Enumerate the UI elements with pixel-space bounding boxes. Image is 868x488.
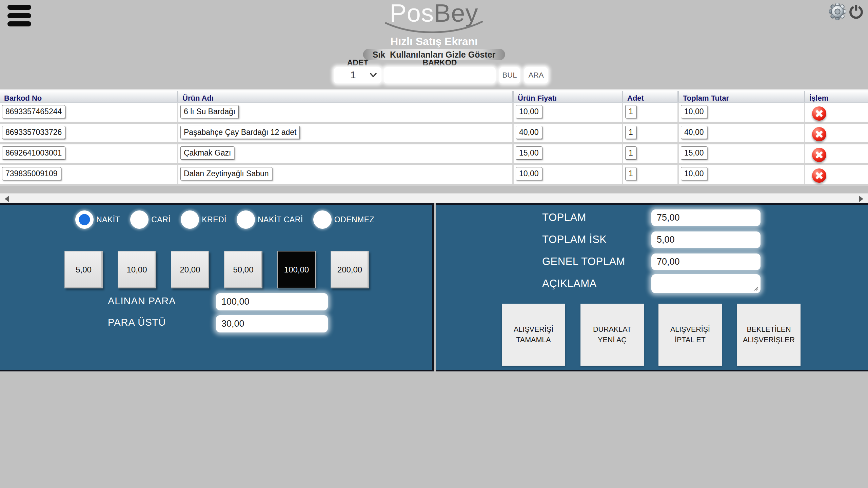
row-barkod-input[interactable]: 739835009109 (2, 167, 61, 180)
row-urun-input[interactable]: Paşabahçe Çay Bardağı 12 adet (180, 126, 300, 139)
held-sales-button[interactable]: BEKLETİLEN ALIŞVERİŞLER (737, 304, 801, 366)
radio-icon (237, 210, 255, 229)
delete-row-icon[interactable] (812, 168, 826, 183)
col-urun-adi: Ürün Adı (178, 91, 514, 102)
row-fiyat-input[interactable]: 10,00 (516, 167, 542, 180)
denomination-100[interactable]: 100,00 (277, 251, 316, 288)
row-adet-input[interactable]: 1 (625, 146, 636, 160)
alinan-para-input[interactable]: 100,00 (216, 293, 328, 310)
delete-row-icon[interactable] (812, 148, 826, 162)
radio-icon (181, 210, 199, 229)
barkod-input[interactable] (384, 67, 496, 83)
row-fiyat-input[interactable]: 15,00 (516, 146, 542, 160)
col-barkod-no: Barkod No (0, 91, 178, 102)
pause-open-new-button[interactable]: DURAKLAT YENİ AÇ (580, 304, 644, 366)
row-adet-input[interactable]: 1 (625, 105, 636, 118)
payment-method-nakit[interactable]: NAKİT (75, 210, 120, 229)
genel-toplam-label: GENEL TOPLAM (542, 256, 651, 268)
row-tutar-input[interactable]: 10,00 (681, 105, 707, 118)
row-tutar-input[interactable]: 10,00 (681, 167, 707, 180)
toplam-input[interactable]: 75,00 (651, 209, 761, 226)
col-islem: İşlem (805, 91, 867, 102)
toplam-isk-label: TOPLAM İSK (542, 233, 651, 246)
denomination-5[interactable]: 5,00 (64, 251, 103, 288)
cancel-sale-button[interactable]: ALIŞVERİŞİ İPTAL ET (658, 304, 722, 366)
alinan-para-label: ALINAN PARA (108, 296, 176, 307)
logo-swoosh-icon (383, 20, 485, 37)
summary-panel: TOPLAM 75,00 TOPLAM İSK 5,00 GENEL TOPLA… (436, 203, 868, 371)
horizontal-scrollbar[interactable] (0, 193, 868, 203)
power-icon[interactable] (848, 4, 864, 20)
resize-handle-icon[interactable] (753, 286, 758, 291)
para-ustu-input[interactable]: 30,00 (216, 315, 328, 332)
row-barkod-input[interactable]: 8693357465244 (2, 105, 65, 118)
row-urun-input[interactable]: Dalan Zeytinyağlı Sabun (180, 167, 272, 180)
product-table: Barkod No Ürün Adı Ürün Fiyatı Adet Topl… (0, 89, 868, 186)
row-fiyat-input[interactable]: 40,00 (516, 126, 542, 139)
scroll-left-icon[interactable] (5, 196, 9, 202)
page-title: Hızlı Satış Ekranı (0, 35, 868, 48)
aciklama-textarea[interactable] (651, 274, 761, 293)
row-urun-input[interactable]: Çakmak Gazı (180, 146, 234, 160)
para-ustu-label: PARA ÜSTÜ (108, 317, 166, 328)
payment-method-nakit-cari[interactable]: NAKİT CARİ (237, 210, 303, 229)
denomination-20[interactable]: 20,00 (171, 251, 209, 288)
settings-gear-icon[interactable] (828, 2, 847, 21)
bul-button[interactable]: BUL (499, 67, 520, 83)
adet-label: ADET (334, 58, 381, 67)
toplam-label: TOPLAM (542, 211, 651, 224)
table-row: 8693357033726 Paşabahçe Çay Bardağı 12 a… (0, 124, 868, 144)
radio-icon (313, 210, 332, 229)
row-adet-input[interactable]: 1 (625, 167, 636, 180)
delete-row-icon[interactable] (812, 106, 826, 121)
payment-method-cari[interactable]: CARİ (130, 210, 171, 229)
table-row: 739835009109 Dalan Zeytinyağlı Sabun 10,… (0, 165, 868, 186)
table-row: 8692641003001 Çakmak Gazı 15,00 1 15,00 (0, 144, 868, 165)
col-urun-fiyati: Ürün Fiyatı (514, 91, 623, 102)
denomination-200[interactable]: 200,00 (331, 251, 369, 288)
adet-select-value: 1 (350, 69, 356, 81)
payment-method-kredi[interactable]: KREDİ (181, 210, 226, 229)
row-adet-input[interactable]: 1 (625, 126, 636, 139)
denomination-10[interactable]: 10,00 (118, 251, 156, 288)
delete-row-icon[interactable] (812, 127, 826, 141)
row-barkod-input[interactable]: 8692641003001 (2, 146, 65, 160)
payment-methods: NAKİT CARİ KREDİ NAKİT CARİ ODENMEZ (75, 210, 374, 229)
payment-method-odenmez[interactable]: ODENMEZ (313, 210, 375, 229)
table-row: 8693357465244 6 lı Su Bardağı 10,00 1 10… (0, 103, 868, 124)
col-adet: Adet (623, 91, 679, 102)
row-urun-input[interactable]: 6 lı Su Bardağı (180, 105, 239, 118)
row-fiyat-input[interactable]: 10,00 (516, 105, 542, 118)
complete-sale-button[interactable]: ALIŞVERİŞİ TAMAMLA (502, 304, 565, 366)
table-header: Barkod No Ürün Adı Ürün Fiyatı Adet Topl… (0, 89, 868, 103)
barkod-label: BARKOD (384, 58, 496, 67)
row-barkod-input[interactable]: 8693357033726 (2, 126, 65, 139)
aciklama-label: AÇIKLAMA (542, 278, 651, 290)
radio-icon (75, 210, 94, 229)
payment-panel: NAKİT CARİ KREDİ NAKİT CARİ ODENMEZ 5,00… (0, 203, 434, 371)
genel-toplam-input[interactable]: 70,00 (651, 253, 761, 270)
toplam-isk-input[interactable]: 5,00 (651, 231, 761, 248)
row-tutar-input[interactable]: 15,00 (681, 146, 707, 160)
denomination-buttons: 5,00 10,00 20,00 50,00 100,00 200,00 (64, 251, 369, 288)
adet-select[interactable]: 1 (334, 67, 381, 83)
row-tutar-input[interactable]: 40,00 (681, 126, 707, 139)
pos-fast-sale-screen: PosBey Hızlı Satış Ekranı Sık Kullanılan… (0, 0, 868, 488)
ara-button[interactable]: ARA (524, 67, 548, 83)
radio-icon (130, 210, 149, 229)
scroll-right-icon[interactable] (859, 196, 863, 202)
chevron-down-icon (370, 73, 377, 78)
col-toplam-tutar: Toplam Tutar (679, 91, 805, 102)
denomination-50[interactable]: 50,00 (224, 251, 262, 288)
